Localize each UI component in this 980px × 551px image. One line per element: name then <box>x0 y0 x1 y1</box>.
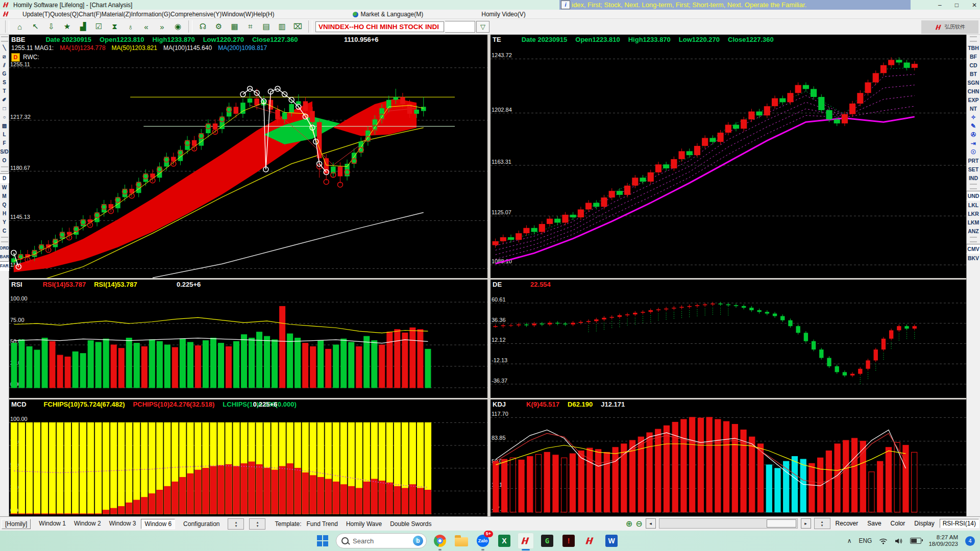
measure-icon[interactable]: ⇥ <box>967 139 980 147</box>
symbol-blank-field[interactable] <box>445 21 475 33</box>
taskbar-search[interactable]: Search b <box>336 533 427 548</box>
mode-bar-button[interactable]: BAR <box>0 253 9 261</box>
spinner-control[interactable]: ▴▾ <box>814 518 830 529</box>
zoom-out-button[interactable]: ⊖ <box>635 519 642 529</box>
gif-app-button[interactable]: G <box>539 533 555 549</box>
template-double-swords[interactable]: Double Swords <box>390 520 431 528</box>
binoculars-icon[interactable]: ✇ <box>967 130 980 139</box>
scrollbar-thumb[interactable] <box>767 519 796 528</box>
rs-tbh-button[interactable]: TBH <box>967 43 980 52</box>
window-2-tab[interactable]: Window 2 <box>71 519 104 529</box>
menu-information[interactable]: Information(G) <box>131 11 170 18</box>
symbol-input[interactable]: VNINDEX--HO CHI MINH STOCK INDI <box>315 21 444 32</box>
explorer-app-button[interactable] <box>453 533 470 549</box>
square-tool-icon[interactable]: □ <box>0 104 9 113</box>
spinner-control[interactable]: ▴▾ <box>228 518 244 530</box>
rs-lkm-button[interactable]: LKM <box>967 218 980 227</box>
parallel-lines-tool-icon[interactable]: ⫽ <box>0 61 9 69</box>
trendline-tool-icon[interactable]: ╲ <box>0 43 9 52</box>
rs-sgn-button[interactable]: SGN <box>967 78 980 87</box>
grip-handle[interactable] <box>970 184 977 189</box>
spinner-control[interactable]: ▴▾ <box>249 518 265 530</box>
channel-tool-icon[interactable]: ⧄ <box>0 52 9 61</box>
wifi-icon[interactable] <box>879 538 888 544</box>
draw-tool-icon[interactable]: ✐ <box>0 95 9 104</box>
vietnam-flag-icon[interactable]: ★ <box>60 20 75 34</box>
rs-nt-button[interactable]: NT <box>967 104 980 113</box>
settings-gear-icon[interactable]: ⚙ <box>211 20 226 34</box>
period-year-button[interactable]: Y <box>0 218 9 227</box>
mode-far-button[interactable]: FAR <box>0 261 9 271</box>
folder-open-icon[interactable]: ▥ <box>275 20 289 34</box>
word-app-button[interactable]: W <box>603 533 620 549</box>
bbe-price-chart[interactable]: 1255.111217.321180.671145.131110.65 <box>9 35 487 278</box>
excel-app-button[interactable]: X <box>496 533 512 549</box>
cursor-icon[interactable]: ↖ <box>28 20 43 34</box>
rs-anz-button[interactable]: ANZ <box>967 227 980 235</box>
period-quarter-button[interactable]: Q <box>0 201 9 209</box>
monitor-icon[interactable]: ⌧ <box>290 20 305 34</box>
homily-app-button[interactable] <box>518 533 534 549</box>
compass-icon[interactable]: ✧ <box>967 113 980 121</box>
rs-set-button[interactable]: SET <box>967 165 980 173</box>
signal-icon[interactable]: ☊ <box>195 20 210 34</box>
menu-update[interactable]: Update(T) <box>22 11 50 18</box>
chart-scrollbar[interactable] <box>659 518 798 529</box>
clock[interactable]: 8:27 AM 18/09/2023 <box>928 534 958 547</box>
homily2-app-button[interactable] <box>582 533 598 549</box>
kdj-indicator-chart[interactable]: 117.7083.8550.0016.15-17.70 <box>491 399 966 516</box>
scroll-right-button[interactable]: ▸ <box>801 518 811 529</box>
de-indicator-chart[interactable]: 60.6136.3612.12-12.13-36.37 <box>491 280 966 398</box>
template-homily-wave[interactable]: Homily Wave <box>346 520 382 528</box>
rs-chn-button[interactable]: CHN <box>967 87 980 95</box>
menu-help[interactable]: Help(H) <box>253 11 274 18</box>
rsi-indicator-chart[interactable]: 100.0075.0050.0025.000.00 <box>9 280 487 398</box>
cart-icon[interactable]: ⌗ <box>243 20 258 34</box>
homily-button[interactable]: [Homily] <box>2 519 31 529</box>
configuration-button[interactable]: Configuration <box>180 519 223 529</box>
tool-l[interactable]: L <box>0 130 9 139</box>
grip-handle[interactable] <box>1 36 8 42</box>
tool-t[interactable]: T <box>0 87 9 95</box>
window-1-tab[interactable]: Window 1 <box>36 519 69 529</box>
menu-material[interactable]: Material(Z) <box>102 11 131 18</box>
battery-icon[interactable] <box>910 538 921 544</box>
start-button[interactable] <box>314 533 331 549</box>
menu-homily-video[interactable]: Homily Video(V) <box>481 11 525 18</box>
edit-icon[interactable]: ☑ <box>91 20 106 34</box>
menu-quotes[interactable]: Quotes(Q) <box>50 11 79 18</box>
rewind-icon[interactable]: « <box>139 20 154 34</box>
language-indicator[interactable]: ENG <box>859 537 872 544</box>
chrome-app-button[interactable] <box>432 533 448 549</box>
folder-icon[interactable]: ▤ <box>259 20 274 34</box>
tool-g[interactable]: G <box>0 69 9 78</box>
menu-comprehensive[interactable]: Comprehensive(Y) <box>170 11 222 18</box>
home-icon[interactable]: ⌂ <box>12 20 27 34</box>
bar-chart-icon[interactable]: ▟ <box>76 20 90 34</box>
forward-icon[interactable]: » <box>155 20 169 34</box>
rs-cmv-button[interactable]: CMV <box>966 244 980 254</box>
restore-button[interactable]: □ <box>955 2 959 9</box>
grip-handle[interactable] <box>1 237 8 242</box>
pen-icon[interactable]: ✎ <box>967 121 980 130</box>
media-app-button[interactable]: ! <box>560 533 577 549</box>
rs-bt-button[interactable]: BT <box>967 69 980 78</box>
rs-lkr-button[interactable]: LKR <box>967 209 980 218</box>
rs-exp-button[interactable]: EXP <box>967 95 980 104</box>
org-chart-icon[interactable]: ♁ <box>123 20 138 34</box>
mcd-chips-chart[interactable]: 100.0075.0050.0025.000.00 <box>9 399 487 516</box>
menu-market-language[interactable]: Market & Language(M) <box>353 11 423 18</box>
menu-window[interactable]: Window(W) <box>222 11 253 18</box>
tool-o[interactable]: O <box>0 156 9 165</box>
circle-tool-icon[interactable]: ○ <box>0 113 9 121</box>
template-fund-trend[interactable]: Fund Trend <box>307 520 338 528</box>
zalo-app-button[interactable]: Zalo5+ <box>475 533 491 549</box>
grip-handle[interactable] <box>1 166 8 172</box>
fill-tool-icon[interactable]: ▨ <box>0 121 9 130</box>
period-week-button[interactable]: W <box>0 183 9 192</box>
minimize-button[interactable]: – <box>938 2 942 9</box>
rs-ind-button[interactable]: IND <box>967 173 980 182</box>
menu-chart[interactable]: Chart(F) <box>79 11 102 18</box>
scroll-left-button[interactable]: ◂ <box>646 518 656 529</box>
period-month-button[interactable]: M <box>0 192 9 201</box>
